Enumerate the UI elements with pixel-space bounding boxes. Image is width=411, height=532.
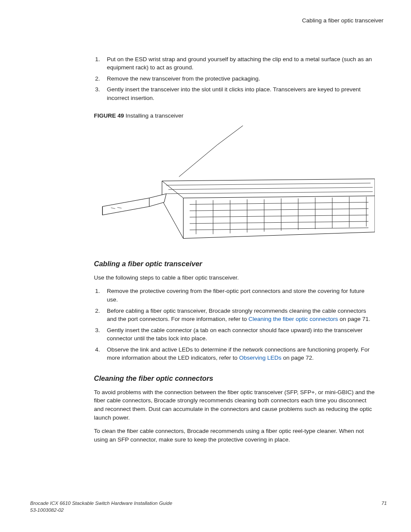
step-number: 1. bbox=[94, 55, 100, 72]
heading-cabling-transceiver: Cabling a fiber optic transceiver bbox=[94, 259, 375, 269]
figure-title: Installing a transceiver bbox=[124, 112, 184, 119]
step-text: Observe the link and active LEDs to dete… bbox=[107, 345, 375, 362]
step-text: Gently insert the transceiver into the s… bbox=[107, 85, 375, 102]
figure-49-transceiver-illustration bbox=[94, 123, 375, 248]
observing-leds-link[interactable]: Observing LEDs bbox=[239, 355, 281, 361]
step-text: Gently insert the cable connector (a tab… bbox=[107, 326, 375, 343]
page-footer: Brocade ICX 6610 Stackable Switch Hardwa… bbox=[30, 500, 387, 514]
figure-number-label: FIGURE 49 bbox=[94, 112, 124, 119]
list-item: 2. Remove the new transceiver from the p… bbox=[94, 75, 375, 83]
running-header: Cabling a fiber optic transceiver bbox=[30, 16, 383, 25]
step-text: Put on the ESD wrist strap and ground yo… bbox=[107, 55, 375, 72]
footer-left: Brocade ICX 6610 Stackable Switch Hardwa… bbox=[30, 500, 172, 514]
list-item: 4. Observe the link and active LEDs to d… bbox=[94, 345, 375, 362]
cleaning-paragraph-2: To clean the fiber cable connectors, Bro… bbox=[94, 427, 375, 444]
footer-doc-title: Brocade ICX 6610 Stackable Switch Hardwa… bbox=[30, 500, 172, 507]
cabling-steps-list: 1. Remove the protective covering from t… bbox=[94, 287, 375, 362]
cabling-intro-paragraph: Use the following steps to cable a fiber… bbox=[94, 274, 375, 282]
step-number: 1. bbox=[94, 287, 100, 304]
step-number: 3. bbox=[94, 85, 100, 102]
step-number: 3. bbox=[94, 326, 100, 343]
list-item: 1. Put on the ESD wrist strap and ground… bbox=[94, 55, 375, 72]
step-number: 2. bbox=[94, 307, 100, 324]
switch-diagram-icon bbox=[94, 123, 375, 248]
cleaning-paragraph-1: To avoid problems with the connection be… bbox=[94, 388, 375, 422]
cleaning-connectors-link[interactable]: Cleaning the fiber optic connectors bbox=[249, 316, 338, 322]
step-text: Remove the new transceiver from the prot… bbox=[107, 75, 260, 83]
step-text: Remove the protective covering from the … bbox=[107, 287, 375, 304]
figure-caption: FIGURE 49 Installing a transceiver bbox=[94, 112, 375, 120]
main-content: 1. Put on the ESD wrist strap and ground… bbox=[94, 55, 375, 444]
list-item: 2. Before cabling a fiber optic transcei… bbox=[94, 307, 375, 324]
install-steps-list: 1. Put on the ESD wrist strap and ground… bbox=[94, 55, 375, 103]
step-number: 2. bbox=[94, 75, 100, 83]
step-text: Before cabling a fiber optic transceiver… bbox=[107, 307, 375, 324]
page-number: 71 bbox=[381, 500, 387, 514]
list-item: 3. Gently insert the cable connector (a … bbox=[94, 326, 375, 343]
list-item: 1. Remove the protective covering from t… bbox=[94, 287, 375, 304]
footer-doc-number: 53-1003082-02 bbox=[30, 507, 172, 514]
heading-cleaning-connectors: Cleaning the fiber optic connectors bbox=[94, 373, 375, 384]
list-item: 3. Gently insert the transceiver into th… bbox=[94, 85, 375, 102]
step-number: 4. bbox=[94, 345, 100, 362]
